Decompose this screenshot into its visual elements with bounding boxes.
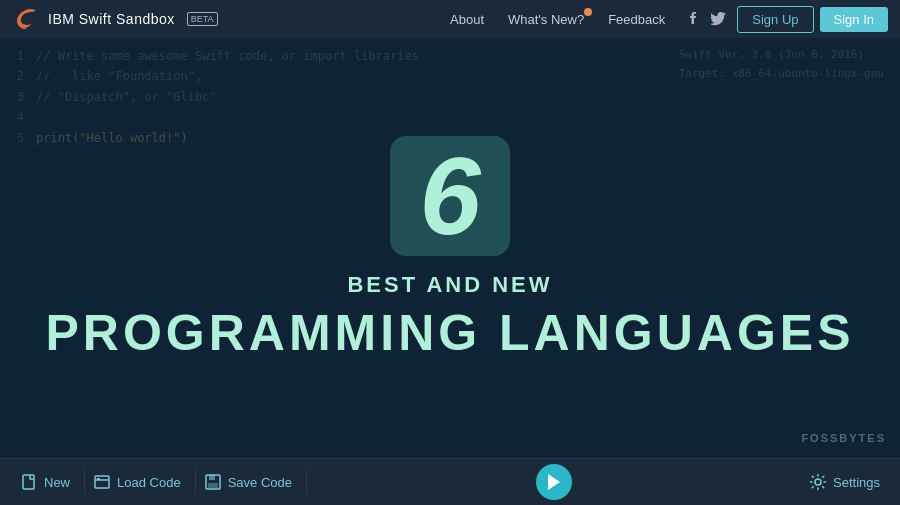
- swift-logo-icon: [12, 5, 40, 33]
- signup-button[interactable]: Sign Up: [737, 6, 813, 33]
- load-code-button[interactable]: Load Code: [85, 469, 196, 495]
- overlay-subtitle: BEST AND NEW: [347, 272, 552, 298]
- overlay-main-title: PROGRAMMING LANGUAGES: [46, 306, 855, 361]
- twitter-icon[interactable]: [711, 10, 727, 29]
- nav-about[interactable]: About: [440, 8, 494, 31]
- overlay: 6 BEST AND NEW PROGRAMMING LANGUAGES FOS…: [0, 38, 900, 458]
- whats-new-badge: [584, 8, 592, 16]
- logo-text: IBM Swift Sandbox: [48, 11, 175, 27]
- svg-rect-4: [209, 475, 215, 480]
- settings-icon: [809, 473, 827, 491]
- watermark: FOSSBYTES: [801, 432, 886, 444]
- bottom-bar: New Load Code Save Code Settings: [0, 458, 900, 505]
- social-icons: [675, 10, 737, 29]
- svg-marker-6: [548, 474, 560, 490]
- play-icon: [547, 474, 561, 490]
- run-button[interactable]: [536, 464, 572, 500]
- save-icon: [204, 473, 222, 491]
- nav-links: About What's New? Feedback: [440, 8, 675, 31]
- editor-area: 1 2 3 4 5 // Write some awesome Swift co…: [0, 38, 900, 458]
- new-icon: [20, 473, 38, 491]
- new-button[interactable]: New: [12, 469, 85, 495]
- navbar: IBM Swift Sandbox BETA About What's New?…: [0, 0, 900, 38]
- svg-rect-0: [23, 475, 34, 489]
- load-icon: [93, 473, 111, 491]
- settings-button[interactable]: Settings: [801, 469, 888, 495]
- number-display: 6: [419, 141, 480, 251]
- svg-point-7: [815, 479, 821, 485]
- svg-rect-2: [97, 478, 100, 480]
- svg-rect-1: [95, 476, 109, 488]
- svg-rect-5: [208, 483, 218, 488]
- save-code-button[interactable]: Save Code: [196, 469, 307, 495]
- signin-button[interactable]: Sign In: [820, 7, 888, 32]
- beta-badge: BETA: [187, 12, 218, 26]
- nav-feedback[interactable]: Feedback: [598, 8, 675, 31]
- nav-whats-new[interactable]: What's New?: [498, 8, 594, 31]
- logo-area: IBM Swift Sandbox BETA: [12, 5, 440, 33]
- facebook-icon[interactable]: [685, 10, 701, 29]
- number-circle: 6: [390, 136, 510, 256]
